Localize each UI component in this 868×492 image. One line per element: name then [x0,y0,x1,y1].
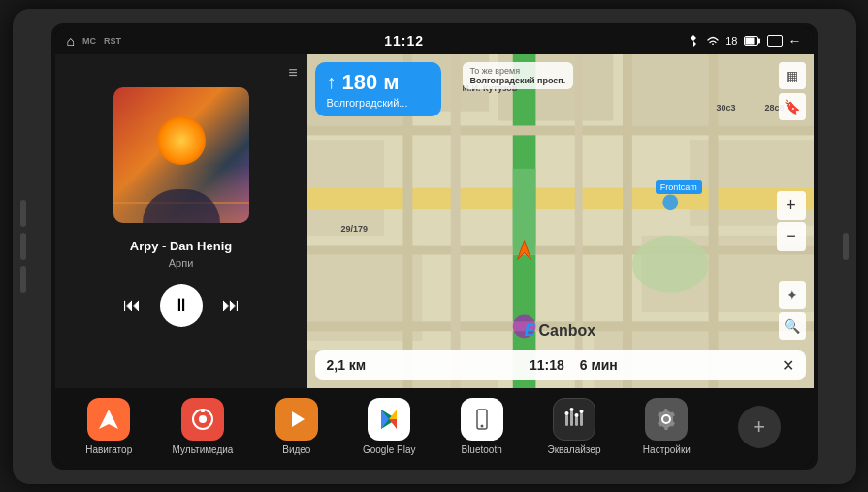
music-panel: ≡ Arpy - Dan Henig Арпи ⏮ ⏸ ⏭ [55,54,307,388]
playback-controls: ⏮ ⏸ ⏭ [123,284,240,327]
svg-rect-43 [580,412,583,426]
map-close-button[interactable]: ✕ [782,356,794,375]
canbox-e-letter: E [525,322,535,340]
multimedia-label: Мультимедиа [173,444,234,456]
canbox-logo: E Canbox [525,322,595,340]
svg-rect-23 [450,54,460,388]
bluetooth-label: Bluetooth [461,444,501,456]
app-navigator[interactable]: Навигатор [80,398,138,456]
status-icons: 18 ← [687,33,801,49]
play-pause-button[interactable]: ⏸ [160,284,203,327]
canbox-name: Canbox [539,322,596,340]
battery-icon [744,35,761,47]
equalizer-icon [553,398,595,441]
svg-point-46 [575,413,579,417]
bluetooth-icon [687,34,700,48]
queue-icon[interactable]: ≡ [288,64,297,82]
nav-distance: ↑ 180 м [327,70,430,95]
svg-point-39 [480,424,483,427]
svg-rect-33 [201,409,205,412]
track-artist: Арпи [169,257,194,269]
app-video[interactable]: Видео [268,398,326,456]
settings-label: Настройки [643,444,691,456]
svg-marker-38 [389,419,397,429]
track-title: Arpy - Dan Henig [130,239,232,253]
map-zoom-controls: + − [777,191,806,251]
svg-rect-41 [570,410,573,426]
map-street-label: Волгоградский просп. [470,76,566,85]
map-search-button[interactable]: 🔍 [779,312,806,340]
music-top-bar: ≡ [65,64,298,82]
app-settings[interactable]: Настройки [637,398,695,456]
home-icon[interactable]: ⌂ [67,33,75,49]
google-play-icon [368,398,410,441]
svg-point-29 [662,194,678,210]
status-bar: ⌂ MC RST 11:12 [55,27,814,54]
screen: ⌂ MC RST 11:12 [55,27,814,466]
map-bottom-controls: ✦ 🔍 [779,281,806,340]
distance-value: 2,1 км [327,357,367,373]
nav-distance-text: 180 м [342,70,400,95]
multimedia-icon [181,398,224,441]
svg-point-47 [580,410,584,413]
nav-arrow-icon: ↑ [327,71,337,93]
mc-label: MC [82,36,96,46]
map-layers-button[interactable]: ▦ [779,62,806,89]
navigation-header: ↑ 180 м Волгоградский... [315,62,441,116]
map-compass-button[interactable]: ✦ [779,281,806,309]
back-icon[interactable]: ← [788,33,802,49]
next-button[interactable]: ⏭ [222,295,240,315]
duration-value: 6 мин [580,357,618,373]
app-add[interactable]: + [730,406,788,448]
svg-rect-42 [575,416,578,426]
svg-rect-17 [307,125,814,135]
app-google-play[interactable]: Google Play [360,398,418,456]
battery-level: 18 [725,35,737,47]
navigator-label: Навигатор [85,444,132,456]
window-icon [767,35,783,47]
map-info-bar: 2,1 км 11:18 6 мин ✕ [315,350,806,380]
app-equalizer[interactable]: Эквалайзер [545,398,603,456]
wifi-icon [706,35,720,47]
video-label: Видео [282,444,310,456]
settings-icon [645,398,688,441]
zoom-out-button[interactable]: − [777,222,806,251]
bluetooth-app-icon [461,398,503,441]
car-unit: ⌂ MC RST 11:12 [13,9,856,484]
svg-marker-30 [99,410,118,429]
app-bar: Навигатор Мультимедиа [55,388,814,466]
svg-point-45 [570,408,574,411]
svg-marker-37 [389,410,397,419]
duration-info: 6 мин [580,357,618,373]
distance-remaining: 2,1 км [327,357,367,373]
map-top-info: То же время Волгоградский просп. [463,62,574,89]
svg-rect-3 [767,35,782,46]
svg-rect-15 [307,187,814,209]
eta-info: 11:18 [530,357,564,373]
equalizer-label: Эквалайзер [548,444,601,456]
prev-button[interactable]: ⏮ [123,295,141,315]
map-bookmark-button[interactable]: 🔖 [779,93,806,120]
nav-street: Волгоградский... [327,97,430,109]
svg-rect-21 [623,54,632,388]
svg-marker-34 [292,411,305,427]
app-bluetooth[interactable]: Bluetooth [453,398,511,456]
map-time-label: То же время [470,66,566,76]
app-multimedia[interactable]: Мультимедиа [173,398,234,456]
google-play-label: Google Play [363,444,415,456]
status-left: ⌂ MC RST [67,33,121,49]
video-icon [275,398,318,441]
svg-point-32 [199,415,207,423]
svg-rect-1 [757,38,760,43]
map-node-label-2: 29/179 [341,224,369,234]
map-panel[interactable]: ↑ 180 м Волгоградский... То же время Вол… [307,54,814,388]
rst-label: RST [104,36,121,46]
add-app-button[interactable]: + [738,406,781,448]
svg-point-44 [565,411,569,415]
zoom-in-button[interactable]: + [777,191,806,220]
svg-rect-40 [565,414,568,426]
frontcam-marker: Frontcam [656,180,702,194]
side-buttons-left [20,200,26,293]
album-art [113,87,249,223]
time-info: 11:18 6 мин [381,357,765,373]
